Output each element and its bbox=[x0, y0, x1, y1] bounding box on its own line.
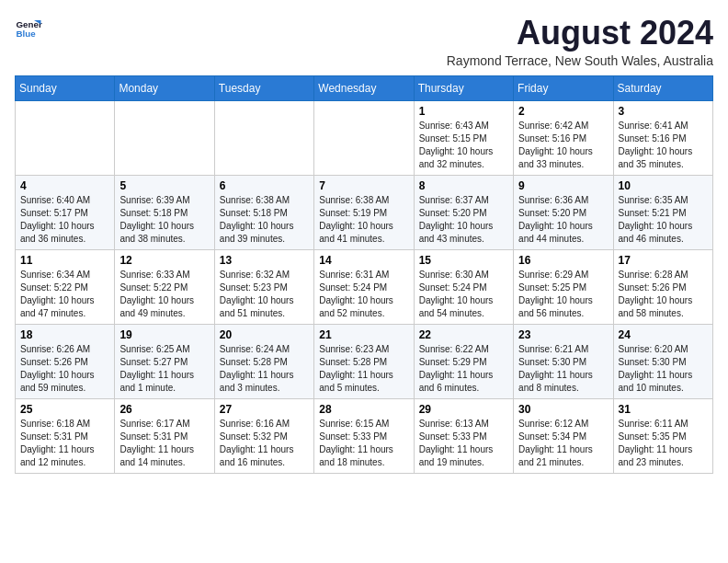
title-section: August 2024 Raymond Terrace, New South W… bbox=[447, 15, 713, 68]
day-number: 31 bbox=[619, 403, 708, 416]
day-info: Sunrise: 6:15 AM Sunset: 5:33 PM Dayligh… bbox=[319, 418, 408, 469]
day-info: Sunrise: 6:38 AM Sunset: 5:19 PM Dayligh… bbox=[319, 194, 408, 246]
day-number: 4 bbox=[20, 179, 109, 192]
day-info: Sunrise: 6:22 AM Sunset: 5:29 PM Dayligh… bbox=[419, 343, 508, 395]
day-info: Sunrise: 6:29 AM Sunset: 5:25 PM Dayligh… bbox=[518, 269, 608, 320]
day-number: 10 bbox=[619, 179, 708, 192]
calendar-cell: 3Sunrise: 6:41 AM Sunset: 5:16 PM Daylig… bbox=[613, 100, 712, 175]
calendar-cell: 16Sunrise: 6:29 AM Sunset: 5:25 PM Dayli… bbox=[514, 249, 613, 324]
calendar-cell: 8Sunrise: 6:37 AM Sunset: 5:20 PM Daylig… bbox=[414, 175, 513, 249]
day-info: Sunrise: 6:36 AM Sunset: 5:20 PM Dayligh… bbox=[518, 194, 608, 246]
month-year-title: August 2024 bbox=[447, 15, 713, 52]
location-subtitle: Raymond Terrace, New South Wales, Austra… bbox=[447, 53, 713, 68]
day-number: 7 bbox=[319, 179, 408, 192]
day-number: 15 bbox=[419, 254, 508, 267]
day-number: 17 bbox=[619, 254, 708, 267]
day-number: 14 bbox=[319, 254, 408, 267]
day-number: 16 bbox=[518, 254, 608, 267]
day-number: 28 bbox=[319, 403, 408, 416]
col-header-monday: Monday bbox=[115, 75, 214, 100]
day-info: Sunrise: 6:24 AM Sunset: 5:28 PM Dayligh… bbox=[220, 343, 309, 395]
day-info: Sunrise: 6:32 AM Sunset: 5:23 PM Dayligh… bbox=[220, 269, 309, 320]
day-info: Sunrise: 6:25 AM Sunset: 5:27 PM Dayligh… bbox=[119, 343, 209, 395]
day-number: 5 bbox=[119, 179, 209, 192]
day-info: Sunrise: 6:17 AM Sunset: 5:31 PM Dayligh… bbox=[119, 418, 209, 469]
day-number: 30 bbox=[518, 403, 608, 416]
calendar-cell: 7Sunrise: 6:38 AM Sunset: 5:19 PM Daylig… bbox=[314, 175, 414, 249]
day-number: 12 bbox=[119, 254, 209, 267]
calendar-cell bbox=[16, 100, 115, 175]
calendar-cell: 5Sunrise: 6:39 AM Sunset: 5:18 PM Daylig… bbox=[115, 175, 214, 249]
calendar-cell: 26Sunrise: 6:17 AM Sunset: 5:31 PM Dayli… bbox=[115, 398, 214, 473]
calendar-cell: 28Sunrise: 6:15 AM Sunset: 5:33 PM Dayli… bbox=[314, 398, 414, 473]
day-info: Sunrise: 6:13 AM Sunset: 5:33 PM Dayligh… bbox=[419, 418, 508, 469]
day-number: 29 bbox=[419, 403, 508, 416]
day-info: Sunrise: 6:28 AM Sunset: 5:26 PM Dayligh… bbox=[619, 269, 708, 320]
calendar-week-row: 1Sunrise: 6:43 AM Sunset: 5:15 PM Daylig… bbox=[16, 100, 713, 175]
day-info: Sunrise: 6:23 AM Sunset: 5:28 PM Dayligh… bbox=[319, 343, 408, 395]
calendar-cell: 9Sunrise: 6:36 AM Sunset: 5:20 PM Daylig… bbox=[514, 175, 613, 249]
day-number: 1 bbox=[419, 105, 508, 118]
calendar-cell: 6Sunrise: 6:38 AM Sunset: 5:18 PM Daylig… bbox=[214, 175, 313, 249]
calendar-cell: 1Sunrise: 6:43 AM Sunset: 5:15 PM Daylig… bbox=[414, 100, 513, 175]
calendar-week-row: 18Sunrise: 6:26 AM Sunset: 5:26 PM Dayli… bbox=[16, 324, 713, 398]
day-number: 11 bbox=[20, 254, 109, 267]
day-number: 18 bbox=[20, 328, 109, 341]
calendar-cell: 10Sunrise: 6:35 AM Sunset: 5:21 PM Dayli… bbox=[613, 175, 712, 249]
calendar-week-row: 25Sunrise: 6:18 AM Sunset: 5:31 PM Dayli… bbox=[16, 398, 713, 473]
calendar-cell: 30Sunrise: 6:12 AM Sunset: 5:34 PM Dayli… bbox=[514, 398, 613, 473]
day-info: Sunrise: 6:41 AM Sunset: 5:16 PM Dayligh… bbox=[619, 120, 708, 171]
calendar-cell: 25Sunrise: 6:18 AM Sunset: 5:31 PM Dayli… bbox=[16, 398, 115, 473]
col-header-sunday: Sunday bbox=[16, 75, 115, 100]
day-number: 6 bbox=[220, 179, 309, 192]
day-info: Sunrise: 6:12 AM Sunset: 5:34 PM Dayligh… bbox=[518, 418, 608, 469]
day-info: Sunrise: 6:40 AM Sunset: 5:17 PM Dayligh… bbox=[20, 194, 109, 246]
day-info: Sunrise: 6:26 AM Sunset: 5:26 PM Dayligh… bbox=[20, 343, 109, 395]
day-info: Sunrise: 6:43 AM Sunset: 5:15 PM Dayligh… bbox=[419, 120, 508, 171]
day-info: Sunrise: 6:42 AM Sunset: 5:16 PM Dayligh… bbox=[518, 120, 608, 171]
day-info: Sunrise: 6:31 AM Sunset: 5:24 PM Dayligh… bbox=[319, 269, 408, 320]
day-number: 26 bbox=[119, 403, 209, 416]
calendar-table: SundayMondayTuesdayWednesdayThursdayFrid… bbox=[15, 75, 713, 474]
calendar-cell: 4Sunrise: 6:40 AM Sunset: 5:17 PM Daylig… bbox=[16, 175, 115, 249]
day-info: Sunrise: 6:35 AM Sunset: 5:21 PM Dayligh… bbox=[619, 194, 708, 246]
calendar-week-row: 11Sunrise: 6:34 AM Sunset: 5:22 PM Dayli… bbox=[16, 249, 713, 324]
calendar-cell: 13Sunrise: 6:32 AM Sunset: 5:23 PM Dayli… bbox=[214, 249, 313, 324]
day-info: Sunrise: 6:16 AM Sunset: 5:32 PM Dayligh… bbox=[220, 418, 309, 469]
logo: General Blue bbox=[15, 15, 42, 42]
col-header-thursday: Thursday bbox=[414, 75, 513, 100]
calendar-cell bbox=[214, 100, 313, 175]
day-number: 24 bbox=[619, 328, 708, 341]
day-number: 2 bbox=[518, 105, 608, 118]
calendar-cell: 11Sunrise: 6:34 AM Sunset: 5:22 PM Dayli… bbox=[16, 249, 115, 324]
day-info: Sunrise: 6:18 AM Sunset: 5:31 PM Dayligh… bbox=[20, 418, 109, 469]
day-info: Sunrise: 6:21 AM Sunset: 5:30 PM Dayligh… bbox=[518, 343, 608, 395]
day-number: 27 bbox=[220, 403, 309, 416]
day-number: 3 bbox=[619, 105, 708, 118]
logo-icon: General Blue bbox=[15, 15, 42, 42]
calendar-cell: 15Sunrise: 6:30 AM Sunset: 5:24 PM Dayli… bbox=[414, 249, 513, 324]
page-header: General Blue August 2024 Raymond Terrace… bbox=[15, 15, 713, 68]
day-info: Sunrise: 6:34 AM Sunset: 5:22 PM Dayligh… bbox=[20, 269, 109, 320]
day-number: 9 bbox=[518, 179, 608, 192]
calendar-cell: 18Sunrise: 6:26 AM Sunset: 5:26 PM Dayli… bbox=[16, 324, 115, 398]
day-number: 22 bbox=[419, 328, 508, 341]
calendar-cell: 27Sunrise: 6:16 AM Sunset: 5:32 PM Dayli… bbox=[214, 398, 313, 473]
calendar-week-row: 4Sunrise: 6:40 AM Sunset: 5:17 PM Daylig… bbox=[16, 175, 713, 249]
calendar-cell: 29Sunrise: 6:13 AM Sunset: 5:33 PM Dayli… bbox=[414, 398, 513, 473]
day-number: 20 bbox=[220, 328, 309, 341]
day-number: 23 bbox=[518, 328, 608, 341]
svg-text:Blue: Blue bbox=[17, 29, 37, 39]
col-header-saturday: Saturday bbox=[613, 75, 712, 100]
day-number: 13 bbox=[220, 254, 309, 267]
day-info: Sunrise: 6:38 AM Sunset: 5:18 PM Dayligh… bbox=[220, 194, 309, 246]
col-header-tuesday: Tuesday bbox=[214, 75, 313, 100]
day-info: Sunrise: 6:11 AM Sunset: 5:35 PM Dayligh… bbox=[619, 418, 708, 469]
calendar-cell: 2Sunrise: 6:42 AM Sunset: 5:16 PM Daylig… bbox=[514, 100, 613, 175]
day-info: Sunrise: 6:37 AM Sunset: 5:20 PM Dayligh… bbox=[419, 194, 508, 246]
calendar-cell bbox=[115, 100, 214, 175]
col-header-wednesday: Wednesday bbox=[314, 75, 414, 100]
calendar-cell: 12Sunrise: 6:33 AM Sunset: 5:22 PM Dayli… bbox=[115, 249, 214, 324]
calendar-cell: 20Sunrise: 6:24 AM Sunset: 5:28 PM Dayli… bbox=[214, 324, 313, 398]
calendar-cell: 17Sunrise: 6:28 AM Sunset: 5:26 PM Dayli… bbox=[613, 249, 712, 324]
